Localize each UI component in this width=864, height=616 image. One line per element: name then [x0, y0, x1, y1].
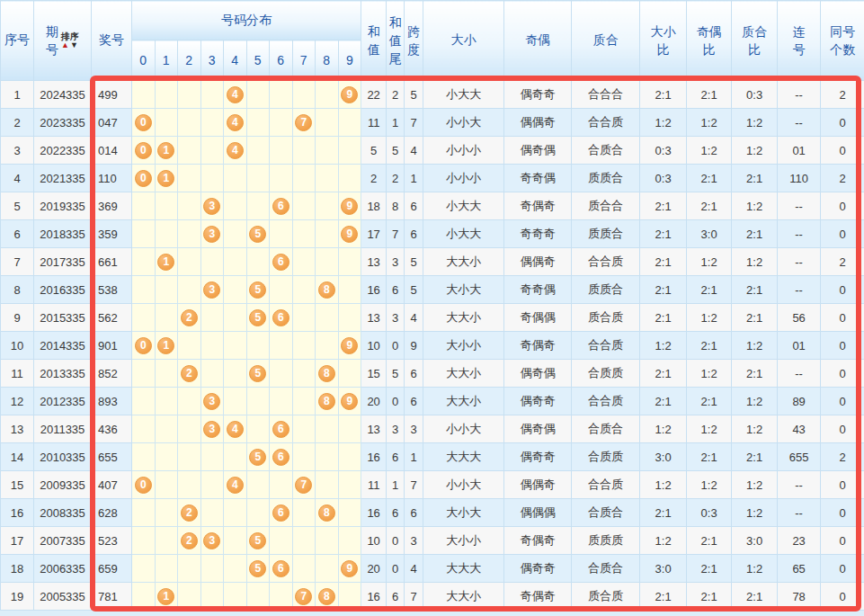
cell-sum: 2 [361, 165, 387, 192]
cell-size-ratio: 0:3 [640, 165, 687, 192]
cell-consecutive: -- [778, 109, 821, 137]
cell-digit-0 [132, 220, 156, 248]
cell-period: 2017335 [34, 248, 92, 276]
cell-prime-ratio: 1:2 [732, 388, 778, 415]
cell-parity: 奇偶奇 [504, 192, 572, 220]
cell-consecutive: 43 [778, 415, 821, 443]
digit-col-header-8: 8 [316, 40, 339, 81]
cell-digit-0 [132, 81, 156, 109]
cell-consecutive: -- [778, 192, 821, 220]
cell-parity: 偶偶奇 [504, 471, 572, 499]
cell-size-ratio: 2:1 [640, 583, 687, 611]
cell-period: 2019335 [34, 192, 92, 220]
cell-same-count: 0 [821, 109, 864, 137]
cell-prime-ratio: 2:1 [732, 443, 778, 471]
cell-sum: 20 [361, 388, 387, 415]
cell-span: 6 [405, 220, 423, 248]
cell-number: 628 [92, 499, 132, 527]
cell-size: 小小大 [423, 109, 504, 137]
digit-col-header-2: 2 [178, 40, 201, 81]
cell-digit-2 [178, 220, 201, 248]
digit-ball: 4 [227, 86, 244, 103]
cell-digit-2 [178, 555, 201, 583]
cell-digit-2: 2 [178, 304, 201, 332]
digit-ball: 9 [341, 198, 358, 215]
cell-digit-7 [292, 248, 316, 276]
cell-prime-ratio: 3:0 [732, 527, 778, 555]
cell-parity-ratio: 2:1 [687, 388, 732, 415]
digit-ball: 4 [227, 142, 244, 159]
cell-digit-1: 1 [155, 165, 178, 192]
sort-descending-icon[interactable]: ▼ [70, 40, 79, 49]
digit-ball: 9 [341, 560, 358, 577]
cell-size-ratio: 0:3 [640, 137, 687, 165]
digit-ball: 8 [318, 393, 335, 410]
cell-digit-4 [224, 248, 247, 276]
cell-digit-9: 9 [338, 220, 361, 248]
cell-size: 小大大 [423, 81, 504, 109]
cell-prime: 质质合 [572, 276, 640, 304]
cell-same-count: 2 [821, 165, 864, 192]
cell-span: 7 [405, 583, 423, 611]
cell-digit-5: 5 [246, 555, 270, 583]
cell-digit-5 [246, 192, 270, 220]
digit-ball: 6 [272, 504, 289, 522]
cell-prime: 合质质 [572, 360, 640, 388]
sort-control[interactable]: 排序 ▲▼ [61, 32, 79, 49]
digit-ball: 1 [157, 588, 174, 605]
cell-size-ratio: 2:1 [640, 388, 687, 415]
cell-number: 047 [92, 109, 132, 137]
cell-digit-9: 9 [338, 332, 361, 360]
cell-period: 2013335 [34, 360, 92, 388]
cell-digit-4 [224, 360, 247, 388]
cell-size-ratio: 2:1 [640, 499, 687, 527]
cell-number: 852 [92, 360, 132, 388]
cell-sum-tail: 0 [387, 555, 405, 583]
cell-digit-3: 3 [200, 388, 224, 415]
table-row: 1120133358522581556大大小偶奇偶合质质2:11:22:1--0 [1, 360, 864, 388]
cell-parity-ratio: 1:2 [687, 471, 732, 499]
cell-digit-6: 6 [270, 443, 293, 471]
cell-digit-3: 3 [200, 276, 224, 304]
cell-number: 655 [92, 443, 132, 471]
cell-digit-1 [155, 527, 178, 555]
cell-digit-5: 5 [246, 304, 270, 332]
digit-ball: 7 [295, 588, 312, 605]
cell-digit-8: 8 [316, 360, 339, 388]
cell-number: 523 [92, 527, 132, 555]
cell-digit-0 [132, 443, 156, 471]
cell-digit-3 [200, 555, 224, 583]
cell-sum-tail: 3 [387, 415, 405, 443]
cell-digit-0 [132, 192, 156, 220]
cell-size-ratio: 3:0 [640, 555, 687, 583]
cell-sum-tail: 1 [387, 471, 405, 499]
cell-same-count: 0 [821, 388, 864, 415]
col-header-prime: 质合 [572, 1, 640, 81]
cell-same-count: 0 [821, 192, 864, 220]
cell-consecutive: -- [778, 220, 821, 248]
sort-ascending-icon[interactable]: ▲ [61, 40, 70, 49]
cell-prime: 质质质 [572, 527, 640, 555]
table-row: 520193353693691886小大大奇偶奇质合合2:12:11:2--0 [1, 192, 864, 220]
cell-prime: 合合合 [572, 81, 640, 109]
cell-prime: 质质合 [572, 220, 640, 248]
digit-ball: 2 [181, 532, 198, 549]
cell-number: 110 [92, 165, 132, 192]
cell-digit-9 [338, 443, 361, 471]
cell-sum-tail: 6 [387, 443, 405, 471]
cell-seq: 14 [1, 443, 34, 471]
cell-digit-9: 9 [338, 192, 361, 220]
cell-same-count: 0 [821, 499, 864, 527]
cell-digit-6 [270, 137, 293, 165]
cell-same-count: 2 [821, 443, 864, 471]
cell-sum: 13 [361, 304, 387, 332]
cell-prime: 质合合 [572, 192, 640, 220]
cell-digit-2 [178, 248, 201, 276]
cell-prime-ratio: 2:1 [732, 220, 778, 248]
col-header-size: 大小 [423, 1, 504, 81]
cell-digit-8 [316, 109, 339, 137]
cell-prime: 合合质 [572, 471, 640, 499]
cell-prime-ratio: 2:1 [732, 276, 778, 304]
cell-digit-5 [246, 415, 270, 443]
cell-consecutive: 110 [778, 165, 821, 192]
